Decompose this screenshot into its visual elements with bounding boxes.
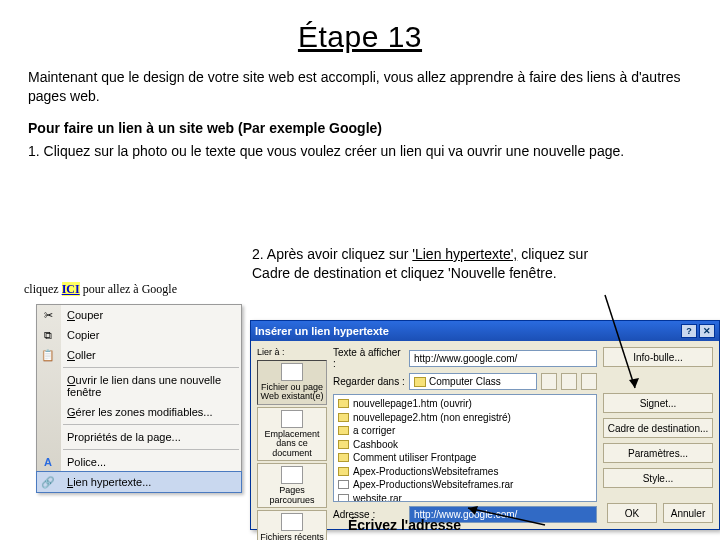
step1-text: 1. Cliquez sur la photo ou le texte que … bbox=[28, 142, 648, 161]
context-menu: ✂Couper ⧉Copier 📋Coller Ouvrir le lien d… bbox=[36, 304, 242, 493]
style-button[interactable]: Style... bbox=[603, 468, 713, 488]
menu-editable-zones[interactable]: Gérer les zones modifiables... bbox=[37, 402, 241, 422]
up-folder-button[interactable] bbox=[541, 373, 557, 390]
screentip-button[interactable]: Info-bulle... bbox=[603, 347, 713, 367]
bookmark-button[interactable]: Signet... bbox=[603, 393, 713, 413]
parameters-button[interactable]: Paramètres... bbox=[603, 443, 713, 463]
look-in-field[interactable]: Computer Class bbox=[409, 373, 537, 390]
folder-icon bbox=[414, 377, 426, 387]
browse-web-button[interactable] bbox=[561, 373, 577, 390]
scissors-icon: ✂ bbox=[40, 307, 56, 323]
font-icon: A bbox=[40, 454, 56, 470]
browse-file-button[interactable] bbox=[581, 373, 597, 390]
menu-cut[interactable]: ✂Couper bbox=[37, 305, 241, 325]
linkto-browsed[interactable]: Pages parcourues bbox=[257, 463, 327, 508]
help-button[interactable]: ? bbox=[681, 324, 697, 338]
page-title: Étape 13 bbox=[28, 20, 692, 54]
write-address-annotation: Écrivez l'adresse bbox=[348, 517, 461, 533]
ok-button[interactable]: OK bbox=[607, 503, 657, 523]
copy-icon: ⧉ bbox=[40, 327, 56, 343]
file-list[interactable]: nouvellepage1.htm (ouvrir) nouvellepage2… bbox=[333, 394, 597, 502]
example-link-text: cliquez ICI pour allez à Google bbox=[24, 282, 177, 297]
menu-font[interactable]: APolice... bbox=[37, 452, 241, 472]
menu-copy[interactable]: ⧉Copier bbox=[37, 325, 241, 345]
text-display-label: Texte à afficher : bbox=[333, 347, 405, 369]
text-display-field[interactable]: http://www.google.com/ bbox=[409, 350, 597, 367]
linkto-recent[interactable]: Fichiers récents bbox=[257, 510, 327, 540]
menu-page-properties[interactable]: Propriétés de la page... bbox=[37, 427, 241, 447]
look-in-label: Regarder dans : bbox=[333, 376, 405, 387]
close-button[interactable]: ✕ bbox=[699, 324, 715, 338]
menu-hyperlink[interactable]: 🔗Lien hypertexte... bbox=[37, 472, 241, 492]
linkto-place-in-doc[interactable]: Emplacement dans ce document bbox=[257, 407, 327, 461]
menu-paste[interactable]: 📋Coller bbox=[37, 345, 241, 365]
insert-hyperlink-dialog: Insérer un lien hypertexte ? ✕ Lier à : … bbox=[250, 320, 720, 530]
linkto-existing[interactable]: Fichier ou page Web existant(e) bbox=[257, 360, 327, 405]
menu-open-new-window[interactable]: Ouvrir le lien dans une nouvelle fenêtre bbox=[37, 370, 241, 402]
link-to-panel: Lier à : Fichier ou page Web existant(e)… bbox=[257, 347, 327, 523]
link-icon: 🔗 bbox=[40, 474, 56, 490]
step2-text: 2. Après avoir cliquez sur 'Lien hyperte… bbox=[252, 245, 602, 283]
subheading: Pour faire un lien à un site web (Par ex… bbox=[28, 120, 692, 136]
target-frame-button[interactable]: Cadre de destination... bbox=[603, 418, 713, 438]
cancel-button[interactable]: Annuler bbox=[663, 503, 713, 523]
dialog-title: Insérer un lien hypertexte bbox=[255, 325, 389, 337]
paste-icon: 📋 bbox=[40, 347, 56, 363]
intro-text: Maintenant que le design de votre site w… bbox=[28, 68, 692, 106]
